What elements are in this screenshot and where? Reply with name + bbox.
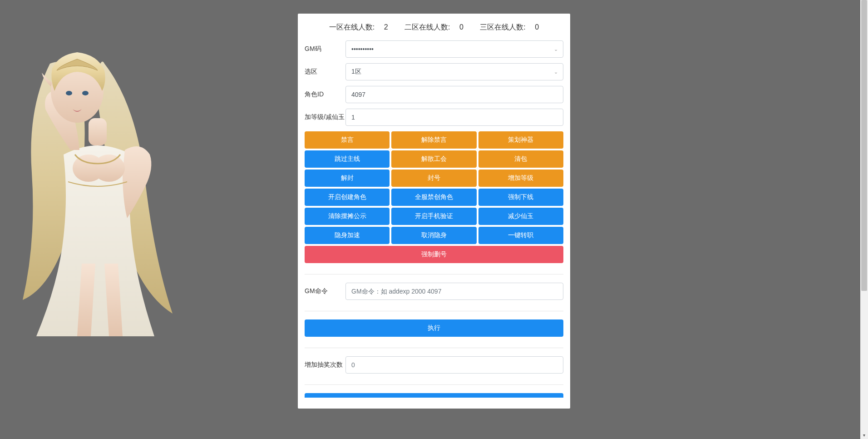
- execute-button[interactable]: 执行: [305, 319, 563, 337]
- role-id-input[interactable]: [345, 86, 563, 103]
- admin-panel: 一区在线人数: 2 二区在线人数: 0 三区在线人数: 0 GM码 ⌄ 选区 ⌄…: [298, 14, 570, 409]
- force-delete-account-button[interactable]: 强制删号: [305, 246, 563, 263]
- action-button-grid: 禁言 解除禁言 策划神器 跳过主线 解散工会 清包 解封 封号 增加等级 开启创…: [298, 131, 570, 263]
- clear-stall-notice-button[interactable]: 清除摆摊公示: [305, 208, 390, 225]
- disable-create-role-button[interactable]: 全服禁创角色: [391, 189, 476, 206]
- partial-button[interactable]: [305, 393, 563, 398]
- divider: [305, 384, 563, 385]
- divider: [305, 311, 563, 311]
- unban-button[interactable]: 解封: [305, 170, 390, 187]
- gm-code-label: GM码: [305, 45, 345, 53]
- one-click-job-change-button[interactable]: 一键转职: [478, 227, 563, 244]
- scrollbar[interactable]: ▴ ▾: [860, 0, 868, 439]
- stealth-speed-button[interactable]: 隐身加速: [305, 227, 390, 244]
- reduce-xianyu-button[interactable]: 减少仙玉: [478, 208, 563, 225]
- mute-button[interactable]: 禁言: [305, 131, 390, 149]
- svg-point-4: [66, 91, 72, 95]
- zone-select[interactable]: [345, 63, 563, 80]
- svg-point-2: [93, 155, 125, 182]
- ban-button[interactable]: 封号: [391, 170, 476, 187]
- divider: [305, 348, 563, 348]
- planner-artifact-button[interactable]: 策划神器: [478, 131, 563, 149]
- draw-count-input[interactable]: [345, 356, 563, 374]
- svg-point-3: [51, 59, 104, 123]
- add-level-button[interactable]: 增加等级: [478, 170, 563, 187]
- role-id-label: 角色ID: [305, 90, 345, 99]
- gm-command-input[interactable]: [345, 283, 563, 300]
- cancel-stealth-button[interactable]: 取消隐身: [391, 227, 476, 244]
- svg-point-1: [73, 155, 104, 182]
- scroll-down-icon[interactable]: ▾: [860, 431, 868, 439]
- gm-code-input[interactable]: [345, 40, 563, 58]
- clear-bag-button[interactable]: 清包: [478, 150, 563, 168]
- draw-count-label: 增加抽奖次数: [305, 361, 345, 369]
- zone-label: 选区: [305, 68, 345, 76]
- gm-command-label: GM命令: [305, 287, 345, 295]
- scrollbar-thumb[interactable]: [861, 0, 867, 291]
- divider: [305, 274, 563, 274]
- svg-rect-0: [89, 118, 107, 145]
- character-illustration: [0, 36, 191, 345]
- enable-phone-verify-button[interactable]: 开启手机验证: [391, 208, 476, 225]
- online-counts-header: 一区在线人数: 2 二区在线人数: 0 三区在线人数: 0: [298, 23, 570, 32]
- level-label: 加等级/减仙玉: [305, 113, 345, 121]
- level-input[interactable]: [345, 109, 563, 126]
- enable-create-role-button[interactable]: 开启创建角色: [305, 189, 390, 206]
- disband-guild-button[interactable]: 解散工会: [391, 150, 476, 168]
- svg-point-5: [82, 91, 89, 95]
- skip-main-quest-button[interactable]: 跳过主线: [305, 150, 390, 168]
- force-offline-button[interactable]: 强制下线: [478, 189, 563, 206]
- unmute-button[interactable]: 解除禁言: [391, 131, 476, 149]
